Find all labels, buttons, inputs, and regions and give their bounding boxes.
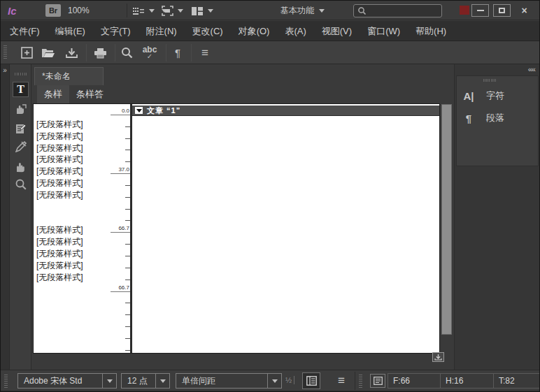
statusbar-menu-button[interactable]: ≡ [332,372,350,389]
menu-item[interactable]: 附注(N) [138,21,185,41]
show-hidden-characters-button[interactable]: ¶ [170,41,185,64]
galley-row [34,212,130,224]
depth-ruler-tick [111,173,130,174]
expand-panel-arrows-icon[interactable]: » [1,66,9,74]
depth-ruler-tick [125,244,130,245]
hamburger-icon: ≡ [201,46,208,60]
depth-ruler-value: 37.0 [118,166,129,173]
toolbar-separator [191,44,192,61]
close-button[interactable]: × [516,4,533,17]
open-folder-icon [41,48,55,58]
hand-tool-button[interactable] [13,159,29,174]
menu-item[interactable]: 视图(V) [314,21,360,41]
line-spacing-icon: ½ [285,376,294,384]
spell-check-button[interactable]: abc ✓ [139,41,160,64]
menu-item[interactable]: 帮助(H) [408,21,454,41]
type-tool-button[interactable]: T [13,82,29,97]
view-tab-story[interactable]: 条样答 [69,85,111,103]
depth-ruler-tick [111,291,130,292]
galley-row: [无段落样式] [34,176,130,188]
zoom-tool-button[interactable] [13,177,29,192]
copyfit-info-button[interactable] [370,374,385,388]
toolbar-separator [166,44,166,61]
titlebar-separator [127,3,127,17]
new-document-button[interactable] [19,41,34,64]
document-tab[interactable]: *未命名 [34,67,104,85]
menu-item[interactable]: 窗口(W) [360,21,408,41]
copyfit-height-value: H:16 [441,373,494,389]
workspace-switcher[interactable]: 基本功能 [280,5,325,17]
screen-mode-dropdown[interactable] [162,5,183,17]
incopy-window: Ic Br 100% 基本功能 [0,0,540,392]
paragraph-panel-button[interactable]: ¶ 段落 [461,108,535,128]
info-column-toggle-button[interactable] [302,372,320,389]
depth-ruler-tick [125,326,130,327]
minimize-button[interactable] [471,4,489,17]
dock-grip[interactable] [483,79,495,82]
galley-row: [无段落样式] [34,247,130,259]
story-header-bar[interactable]: 文章 “1” [132,106,439,116]
galley-area[interactable]: 0.0[无段落样式][无段落样式][无段落样式][无段落样式][无段落样式]37… [33,103,440,354]
toolbar-menu-button[interactable]: ≡ [197,41,213,64]
leading-dropdown[interactable]: 单倍间距 [176,373,282,389]
print-button[interactable] [92,41,108,64]
depth-ruler-value: 66.7 [118,284,129,291]
chevron-down-icon [178,9,183,13]
zoom-level-dropdown[interactable]: 100% [68,1,124,20]
galley-row [34,294,130,306]
position-tool-button[interactable] [13,101,29,117]
font-size-dropdown[interactable]: 12 点 [121,373,170,389]
note-tool-button[interactable] [13,121,29,136]
toolbar-grip[interactable] [3,45,7,61]
character-panel-button[interactable]: A| 字符 [461,86,535,106]
note-tool-icon [15,123,27,134]
bridge-button[interactable]: Br [45,4,61,17]
view-tab-galley[interactable]: 条样 [37,85,69,103]
toolbar-separator [115,44,115,61]
tools-grip[interactable] [15,73,27,75]
type-tool-icon: T [17,83,24,96]
copyfit-total-value: T:82 [494,373,540,389]
menu-item[interactable]: 文字(T) [93,21,138,41]
galley-row: [无段落样式] [34,270,130,282]
depth-ruler-value: 0.0 [122,108,129,114]
leading-value: 单倍间距 [176,375,267,387]
overset-icon [434,354,442,361]
galley-row: [无段落样式]66.7 [34,223,130,235]
galley-row: [无段落样式] [34,117,130,129]
collapse-dock-arrows-icon[interactable]: «« [528,65,535,73]
open-document-button[interactable] [40,41,57,64]
eyedropper-tool-button[interactable] [13,139,29,154]
copyfit-grip[interactable] [359,375,362,388]
eyedropper-icon [15,141,27,152]
font-family-dropdown[interactable]: Adobe 宋体 Std [17,373,117,389]
toolbar-separator [86,44,87,61]
menu-item[interactable]: 更改(C) [185,21,231,41]
vertical-scrollbar[interactable] [441,104,452,335]
document-tab-title: *未命名 [42,71,71,82]
view-options-dropdown[interactable] [132,5,155,17]
search-field[interactable] [353,4,442,17]
maximize-button[interactable] [493,4,511,17]
find-button[interactable] [118,41,135,64]
menu-item[interactable]: 编辑(E) [48,21,93,41]
chevron-down-icon [102,374,116,388]
depth-ruler-tick [125,138,130,139]
menu-item[interactable]: 文件(F) [2,21,48,41]
galley-row: [无段落样式]37.0 [34,164,130,176]
galley-row [34,200,130,212]
search-input[interactable] [367,7,436,15]
save-button[interactable] [64,41,79,64]
overset-indicator-button[interactable] [432,352,444,362]
arrange-documents-dropdown[interactable] [191,5,213,17]
title-bar: Ic Br 100% 基本功能 [1,1,539,20]
statusbar-grip[interactable] [4,375,8,388]
copyfit-icon [374,377,383,385]
depth-ruler-tick [125,314,130,315]
app-toolbar: abc ✓ ¶ ≡ [1,41,539,64]
menu-item[interactable]: 对象(O) [231,21,278,41]
menu-item[interactable]: 表(A) [277,21,313,41]
font-size-value: 12 点 [122,375,155,387]
collapse-story-icon[interactable] [135,107,143,114]
depth-ruler-tick [125,303,130,303]
